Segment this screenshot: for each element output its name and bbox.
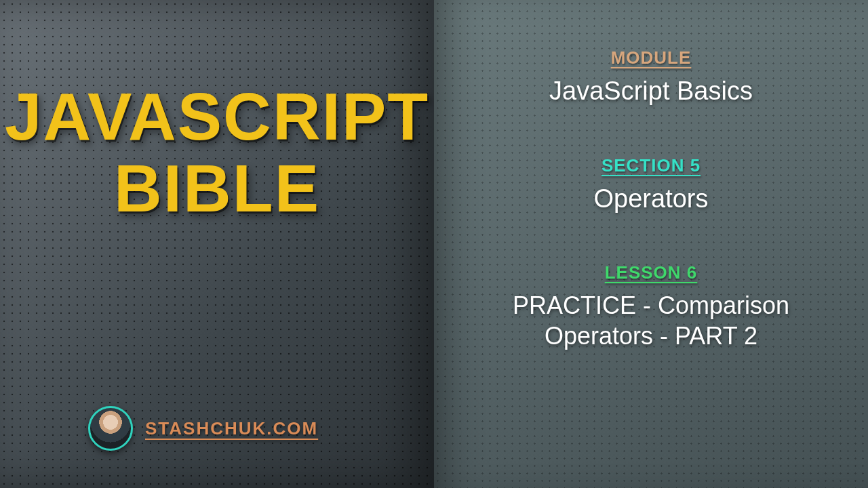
section-value: Operators: [594, 183, 709, 216]
author-row: STASHCHUK.COM: [88, 406, 318, 451]
course-title-line1: JAVASCRIPT: [0, 81, 434, 153]
section-label: SECTION 5: [601, 155, 701, 176]
section-block: SECTION 5 Operators: [461, 155, 841, 216]
slide: JAVASCRIPT BIBLE STASHCHUK.COM MODULE Ja…: [0, 0, 868, 488]
right-panel: MODULE JavaScript Basics SECTION 5 Opera…: [434, 0, 868, 488]
lesson-value: PRACTICE - Comparison Operators - PART 2: [461, 290, 841, 351]
module-block: MODULE JavaScript Basics: [461, 47, 841, 108]
left-panel: JAVASCRIPT BIBLE STASHCHUK.COM: [0, 0, 434, 488]
author-site-link[interactable]: STASHCHUK.COM: [145, 418, 318, 439]
course-title: JAVASCRIPT BIBLE: [0, 81, 434, 225]
course-title-line2: BIBLE: [0, 153, 434, 225]
lesson-label: LESSON 6: [605, 262, 698, 283]
lesson-block: LESSON 6 PRACTICE - Comparison Operators…: [461, 262, 841, 351]
module-value: JavaScript Basics: [549, 75, 753, 108]
module-label: MODULE: [611, 47, 692, 68]
author-avatar: [88, 406, 133, 451]
